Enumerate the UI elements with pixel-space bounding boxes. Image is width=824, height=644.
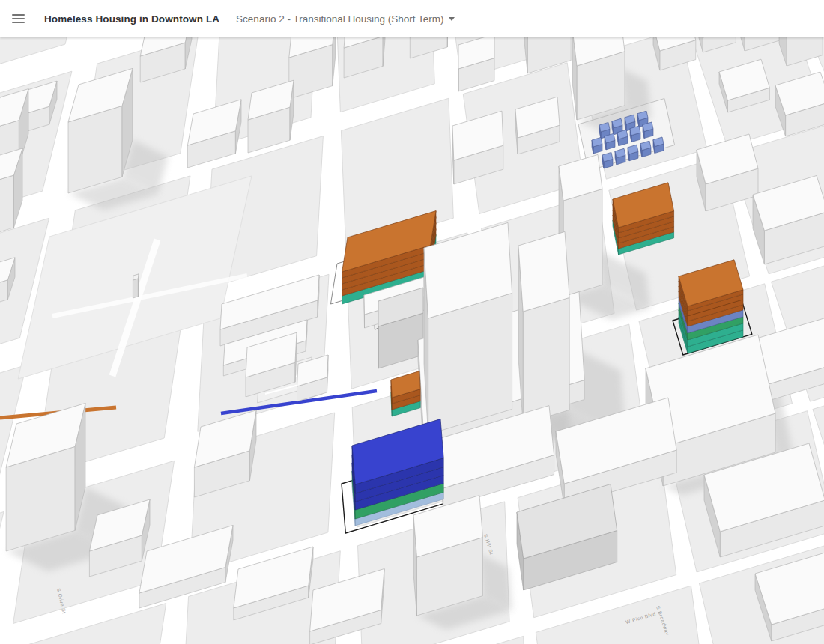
building: [518, 231, 569, 312]
city-block: [0, 37, 94, 71]
building: [0, 175, 14, 237]
building: [523, 297, 569, 424]
hamburger-menu-icon[interactable]: [12, 13, 27, 25]
city-scene-canvas[interactable]: W Pico BlvdS Hill StW Pico BlvdS Broadwa…: [0, 37, 824, 644]
menu-bar: [12, 18, 25, 19]
scene-3d-map[interactable]: W Pico BlvdS Hill StW Pico BlvdS Broadwa…: [0, 37, 824, 644]
building: [333, 37, 336, 86]
app-header: Homeless Housing in Downtown LA Scenario…: [0, 0, 824, 37]
app-window: Homeless Housing in Downtown LA Scenario…: [0, 0, 824, 644]
scenario-selector[interactable]: Scenario 2 - Transitional Housing (Short…: [231, 13, 459, 25]
menu-bar: [12, 22, 25, 23]
menu-bar: [12, 14, 25, 16]
scenario-label: Scenario 2 - Transitional Housing (Short…: [236, 13, 443, 25]
building: [447, 37, 448, 47]
building: [133, 279, 138, 298]
building: [563, 189, 602, 297]
caret-down-icon: [449, 17, 455, 21]
city-block: [0, 512, 4, 644]
page-title: Homeless Housing in Downtown LA: [44, 13, 219, 25]
